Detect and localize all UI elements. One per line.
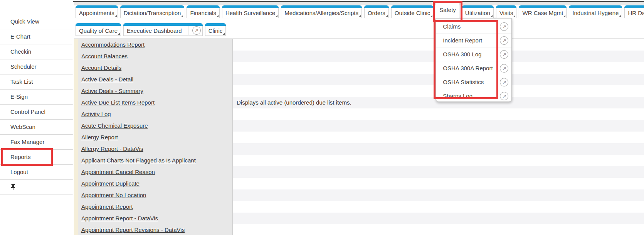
tab-row-primary: AppointmentsDictation/TranscriptionFinan… <box>76 3 644 18</box>
report-list-row: Appointment Report - DataVis <box>78 213 232 224</box>
report-link-applicant-charts-not-flagged-as-is-applicant[interactable]: Applicant Charts Not Flagged as Is Appli… <box>81 157 196 164</box>
tab-clinic[interactable]: Clinic <box>205 23 226 36</box>
sidebar-item-fax-manager[interactable]: Fax Manager <box>0 134 73 149</box>
dropdown-corner-icon <box>217 15 219 17</box>
tab-label: Executive Dashboard <box>124 26 185 36</box>
safety-menu-item-osha-statistics[interactable]: OSHA Statistics↗ <box>436 75 511 89</box>
tab-safety[interactable]: Safety <box>436 1 459 18</box>
dropdown-corner-icon <box>276 15 277 17</box>
tab-accent-bar <box>462 5 494 8</box>
report-link-appointment-report-revisions-datavis[interactable]: Appointment Report Revisions - DataVis <box>81 227 185 233</box>
tab-orders[interactable]: Orders <box>364 5 389 18</box>
tab-executive-dashboard[interactable]: Executive Dashboard↗ <box>123 23 203 36</box>
safety-menu-item-incident-report[interactable]: Incident Report↗ <box>436 33 511 47</box>
tab-industrial-hygiene[interactable]: Industrial Hygiene <box>569 5 622 18</box>
safety-menu-item-osha-300-log[interactable]: OSHA 300 Log↗ <box>436 47 511 61</box>
report-link-appointment-duplicate[interactable]: Appointment Duplicate <box>81 180 140 187</box>
report-list-row: Allergy Report - DataVis <box>78 143 232 155</box>
table-row-stripe <box>233 224 644 235</box>
tab-medications-allergies-scripts[interactable]: Medications/Allergies/Scripts <box>281 5 362 18</box>
table-row-stripe <box>233 201 644 213</box>
open-report-icon[interactable]: ↗ <box>500 64 508 73</box>
open-report-icon[interactable]: ↗ <box>500 92 508 100</box>
sidebar-item-e-sign[interactable]: E-Sign <box>0 89 73 104</box>
tab-label: Orders <box>365 8 388 18</box>
report-link-acute-chemical-exposure[interactable]: Acute Chemical Exposure <box>81 122 148 129</box>
tab-accent-bar <box>76 5 118 8</box>
tab-utilization[interactable]: Utilization <box>462 5 494 18</box>
sidebar-item-control-panel[interactable]: Control Panel <box>0 104 73 119</box>
safety-menu-item-sharps-log[interactable]: Sharps Log↗ <box>436 89 511 103</box>
report-link-appointment-cancel-reason[interactable]: Appointment Cancel Reason <box>81 169 155 175</box>
sidebar-item-task-list[interactable]: Task List <box>0 74 73 89</box>
tab-wr-case-mgmt[interactable]: WR Case Mgmt <box>519 5 567 18</box>
report-link-appointment-no-location[interactable]: Appointment No Location <box>81 192 146 198</box>
report-panel-edge-strip <box>74 39 78 235</box>
tab-accent-bar <box>187 5 220 8</box>
report-list-row: Appointment Report <box>78 201 232 213</box>
tab-label: Financials <box>187 8 219 18</box>
open-in-new-icon[interactable]: ↗ <box>192 26 201 35</box>
tab-label: WR Case Mgmt <box>519 8 566 18</box>
tab-visits[interactable]: Visits <box>496 5 517 18</box>
menu-item-label: Claims <box>443 23 461 30</box>
open-report-icon[interactable]: ↗ <box>500 22 508 31</box>
report-link-account-details[interactable]: Account Details <box>81 64 121 71</box>
report-link-active-deals-detail[interactable]: Active Deals - Detail <box>81 76 133 83</box>
tab-appointments[interactable]: Appointments <box>76 5 118 18</box>
open-report-icon[interactable]: ↗ <box>500 36 508 45</box>
sidebar-item-scheduler[interactable]: Scheduler <box>0 59 73 74</box>
tab-health-surveillance[interactable]: Health Surveillance <box>222 5 279 18</box>
sidebar-item-label: E-Chart <box>10 29 30 44</box>
tab-financials[interactable]: Financials <box>187 5 220 18</box>
report-list-row: Appointment Report Revisions - DataVis <box>78 224 232 235</box>
sidebar-item-webscan[interactable]: WebScan <box>0 119 73 134</box>
sidebar-item-label: Checkin <box>10 44 31 59</box>
dropdown-corner-icon <box>491 15 493 17</box>
tab-accent-bar <box>624 5 644 8</box>
safety-menu-item-osha-300a-report[interactable]: OSHA 300A Report↗ <box>436 61 511 75</box>
report-link-appointment-report[interactable]: Appointment Report <box>81 203 133 210</box>
sidebar-item-label: Scheduler <box>10 59 37 74</box>
report-list-panel[interactable]: Accommodations ReportAccount BalancesAcc… <box>78 39 233 235</box>
pushpin-icon <box>10 184 16 190</box>
dropdown-corner-icon <box>115 15 117 17</box>
tab-dictation-transcription[interactable]: Dictation/Transcription <box>120 5 185 18</box>
dropdown-corner-icon <box>181 15 183 17</box>
open-dashboard-icon-wrap: ↗ <box>188 26 202 35</box>
tab-label: Industrial Hygiene <box>569 8 622 18</box>
report-list-row: Active Deals - Detail <box>78 74 232 85</box>
report-list-row: Appointment Cancel Reason <box>78 166 232 178</box>
sidebar-item-quick-view[interactable]: Quick View <box>0 14 73 29</box>
open-report-icon[interactable]: ↗ <box>500 78 508 86</box>
report-list-row: Allergy Report <box>78 132 232 143</box>
table-row-stripe <box>233 108 644 120</box>
sidebar-item-logout[interactable]: Logout <box>0 164 73 179</box>
report-link-appointment-report-datavis[interactable]: Appointment Report - DataVis <box>81 215 158 221</box>
tab-quality-of-care[interactable]: Quality of Care <box>76 23 121 36</box>
sidebar-item-checkin[interactable]: Checkin <box>0 44 73 59</box>
report-link-activity-log[interactable]: Activity Log <box>81 111 111 117</box>
safety-menu-item-claims[interactable]: Claims↗ <box>436 20 511 33</box>
report-link-accommodations-report[interactable]: Accommodations Report <box>81 41 145 48</box>
report-link-allergy-report-datavis[interactable]: Allergy Report - DataVis <box>81 145 143 152</box>
sidebar-item-label: Quick View <box>10 14 39 29</box>
menu-item-label: Sharps Log <box>443 93 472 99</box>
report-list-row: Active Deals - Summary <box>78 85 232 97</box>
open-report-icon[interactable]: ↗ <box>500 50 508 59</box>
tab-outside-clinic[interactable]: Outside Clinic <box>391 5 434 18</box>
dropdown-corner-icon <box>386 15 388 17</box>
dropdown-corner-icon <box>563 15 565 17</box>
report-list-row: Account Balances <box>78 51 232 62</box>
sidebar-pin-row[interactable] <box>0 179 73 194</box>
dropdown-corner-icon <box>359 15 361 17</box>
tab-accent-bar <box>391 5 434 8</box>
report-link-active-due-list-items-report[interactable]: Active Due List Items Report <box>81 99 155 106</box>
report-link-allergy-report[interactable]: Allergy Report <box>81 134 118 140</box>
tab-hr-data-feed[interactable]: HR Data Feed <box>624 5 644 18</box>
sidebar-item-e-chart[interactable]: E-Chart <box>0 29 73 44</box>
report-list-row: Appointment No Location <box>78 189 232 201</box>
sidebar-item-reports[interactable]: Reports <box>0 149 73 164</box>
report-link-account-balances[interactable]: Account Balances <box>81 53 128 59</box>
report-link-active-deals-summary[interactable]: Active Deals - Summary <box>81 88 143 94</box>
